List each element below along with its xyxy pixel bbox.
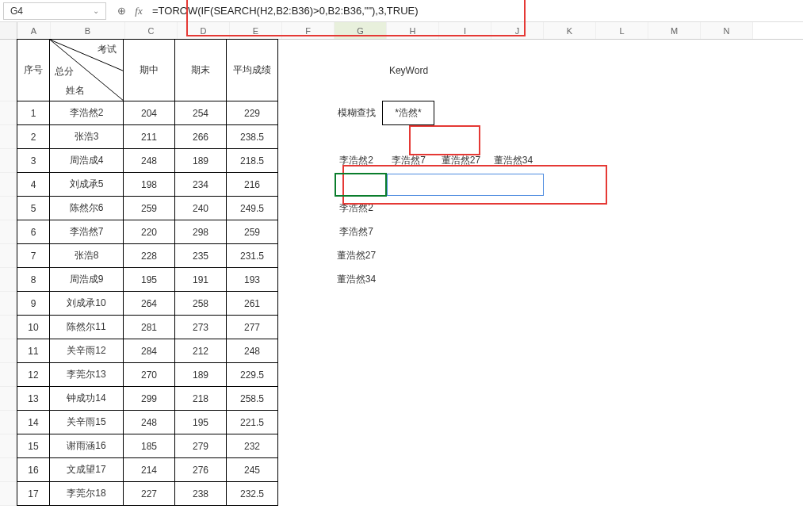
cell[interactable] [488,339,540,363]
cell[interactable] [697,339,749,363]
cell[interactable] [644,387,697,411]
cell-final[interactable]: 189 [174,148,227,173]
cell[interactable] [644,268,697,292]
cell[interactable] [540,220,592,244]
cell-midterm[interactable]: 228 [123,243,175,268]
cell[interactable] [644,149,697,173]
cell[interactable] [540,40,592,101]
cell-index[interactable]: 17 [17,481,50,506]
cell[interactable] [331,458,383,482]
cell-index[interactable]: 13 [17,386,50,411]
cell[interactable] [540,173,592,197]
row-header[interactable] [0,173,17,197]
col-header-N[interactable]: N [701,22,753,39]
cell[interactable] [278,125,331,149]
cell[interactable] [435,387,488,411]
cell[interactable] [383,387,435,411]
header-midterm[interactable]: 期中 [123,39,175,101]
cell-avg[interactable]: 245 [226,457,278,482]
cell-index[interactable]: 9 [17,291,50,316]
cell[interactable] [540,458,592,482]
cell[interactable] [383,316,435,339]
cell[interactable] [488,292,540,316]
header-final[interactable]: 期末 [174,39,227,101]
cell[interactable] [697,173,749,197]
row-header[interactable] [0,244,17,268]
cell[interactable] [592,411,644,434]
cell-final[interactable]: 240 [174,196,227,220]
cell[interactable] [540,339,592,363]
cell[interactable] [540,434,592,458]
row-header[interactable] [0,434,17,458]
chevron-down-icon[interactable]: ⌄ [93,6,99,15]
cell-index[interactable]: 5 [17,196,50,220]
cell[interactable] [697,268,749,292]
col-header-G[interactable]: G [335,22,387,39]
cell[interactable] [435,173,488,197]
cell[interactable] [592,387,644,411]
row-header[interactable] [0,339,17,363]
cell[interactable] [540,411,592,434]
cell-midterm[interactable]: 248 [123,148,175,173]
col-header-E[interactable]: E [230,22,282,39]
cell-name[interactable]: 张浩3 [49,124,124,149]
header-avg[interactable]: 平均成绩 [226,39,278,101]
cell[interactable] [383,268,435,292]
cell-avg[interactable]: 229 [226,101,278,125]
cell[interactable] [697,292,749,316]
cell[interactable] [644,411,697,434]
cell[interactable] [592,244,644,268]
cell-midterm[interactable]: 185 [123,434,175,458]
cell-name[interactable]: 谢雨涵16 [49,434,124,458]
cell[interactable] [435,316,488,339]
cell[interactable] [592,363,644,387]
cell[interactable] [697,434,749,458]
cell[interactable] [488,482,540,506]
cell-midterm[interactable]: 281 [123,315,175,339]
cell-final[interactable]: 258 [174,291,227,316]
cell[interactable] [644,197,697,220]
cell-avg[interactable]: 231.5 [226,243,278,268]
cell[interactable] [697,149,749,173]
col-header-H[interactable]: H [387,22,439,39]
search-label[interactable]: 模糊查找 [331,101,383,125]
cell-avg[interactable]: 218.5 [226,148,278,173]
cell[interactable] [488,387,540,411]
cell[interactable] [488,434,540,458]
cell[interactable] [383,363,435,387]
cell-final[interactable]: 276 [174,457,227,482]
cell[interactable] [383,197,435,220]
cell-final[interactable]: 266 [174,124,227,149]
cell[interactable] [278,101,331,125]
cell[interactable] [592,40,644,101]
cell[interactable] [697,316,749,339]
header-diagonal-cell[interactable]: 考试总分姓名 [49,39,124,101]
cell[interactable] [540,149,592,173]
search-value[interactable]: *浩然* [382,101,434,125]
cell-avg[interactable]: 259 [226,220,278,244]
col-header-J[interactable]: J [491,22,544,39]
cell-index[interactable]: 3 [17,148,50,173]
cell-midterm[interactable]: 248 [123,410,175,434]
cell-index[interactable]: 15 [17,434,50,458]
cell[interactable] [383,482,435,506]
cell[interactable] [435,482,488,506]
row-header[interactable] [0,458,17,482]
cell[interactable] [644,173,697,197]
cell[interactable] [697,125,749,149]
cell[interactable] [331,125,383,149]
cell[interactable] [383,411,435,434]
cell[interactable] [278,197,331,220]
col-header-I[interactable]: I [439,22,491,39]
cell[interactable] [435,434,488,458]
cell[interactable] [331,363,383,387]
cell-name[interactable]: 陈然尔11 [49,315,124,339]
cell-index[interactable]: 8 [17,267,50,292]
cell-final[interactable]: 273 [174,315,227,339]
cell[interactable] [383,244,435,268]
cell-name[interactable]: 周浩成9 [49,267,124,292]
cell-name[interactable]: 文成望17 [49,457,124,482]
cell[interactable] [488,363,540,387]
cell[interactable] [435,244,488,268]
cell[interactable] [697,197,749,220]
